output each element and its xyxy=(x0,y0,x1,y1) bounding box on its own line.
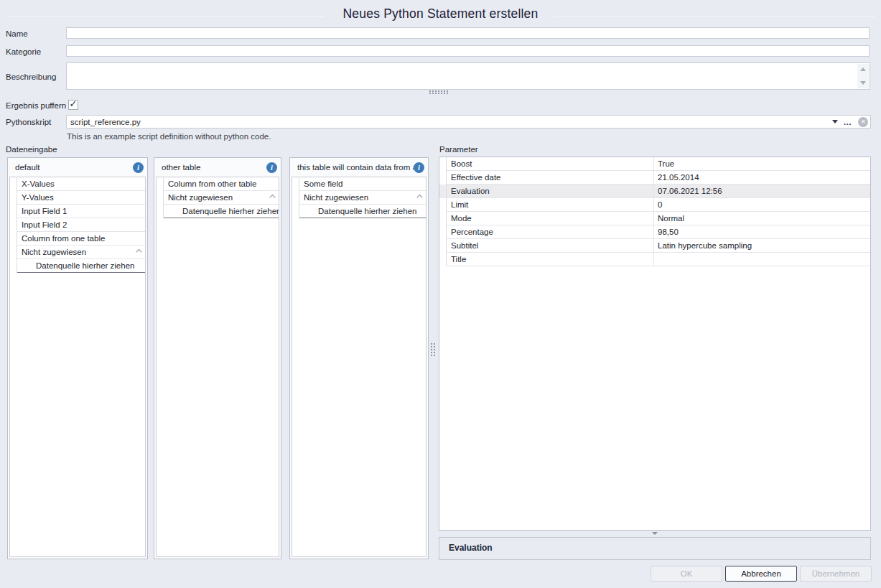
drop-hint-label: Datenquelle hierher ziehen xyxy=(164,205,279,218)
parameter-row[interactable]: Boost True xyxy=(439,157,870,171)
parameter-row[interactable]: Evaluation 07.06.2021 12:56 xyxy=(439,185,870,198)
drop-target-row[interactable]: Datenquelle hierher ziehen xyxy=(292,205,426,218)
row-gutter xyxy=(10,232,17,246)
panel-header[interactable]: default i xyxy=(8,158,147,177)
chevron-up-icon xyxy=(136,249,141,255)
panel-header[interactable]: other table i xyxy=(154,158,281,177)
parameter-value[interactable]: 98,50 xyxy=(654,225,870,239)
parameter-value[interactable]: Latin hypercube sampling xyxy=(654,239,870,253)
parameter-description-title: Evaluation xyxy=(449,543,493,553)
dialog-title: Neues Python Statement erstellen xyxy=(0,6,881,22)
row-gutter xyxy=(439,225,447,239)
parameter-name: Evaluation xyxy=(447,185,654,198)
checkmark-icon: ✓ xyxy=(70,98,78,109)
parameter-row[interactable]: Subtitel Latin hypercube sampling xyxy=(439,239,870,253)
scroll-down-icon[interactable] xyxy=(857,78,869,88)
parameter-value[interactable]: True xyxy=(654,157,870,171)
field-label: Column from one table xyxy=(17,232,145,246)
parameter-row[interactable]: Mode Normal xyxy=(439,212,870,225)
kategorie-input[interactable] xyxy=(66,45,870,57)
apply-button[interactable]: Übernehmen xyxy=(800,566,872,582)
row-gutter xyxy=(439,171,447,185)
beschreibung-textarea[interactable] xyxy=(66,62,870,90)
ergebnis-puffern-label: Ergebnis puffern xyxy=(6,101,66,110)
name-input[interactable] xyxy=(66,27,870,39)
parameter-value[interactable]: 21.05.2014 xyxy=(654,171,870,185)
field-label: Y-Values xyxy=(17,191,145,205)
ok-button[interactable]: OK xyxy=(651,566,722,582)
field-row[interactable]: Input Field 1 xyxy=(10,205,145,218)
name-label: Name xyxy=(6,29,28,38)
dateneingabe-label: Dateneingabe xyxy=(6,145,57,154)
info-icon[interactable]: i xyxy=(133,162,144,173)
parameter-table: Boost True Effective date 21.05.2014 Eva… xyxy=(439,157,871,531)
row-gutter xyxy=(10,205,17,218)
collapse-arrow-icon[interactable] xyxy=(652,532,658,535)
info-icon[interactable]: i xyxy=(414,162,424,173)
drop-target-row[interactable]: Datenquelle hierher ziehen xyxy=(157,205,279,218)
info-icon[interactable]: i xyxy=(266,162,277,173)
panel-title: other table xyxy=(162,163,266,172)
unassigned-group-row[interactable]: Nicht zugewiesen xyxy=(292,191,426,205)
parameter-row[interactable]: Percentage 98,50 xyxy=(439,225,870,239)
row-gutter xyxy=(439,185,447,198)
parameter-value[interactable]: Normal xyxy=(654,212,870,225)
collapse-chevron[interactable] xyxy=(269,191,279,205)
row-gutter xyxy=(439,239,447,253)
scroll-up-icon[interactable] xyxy=(857,64,869,75)
row-gutter xyxy=(10,259,17,273)
field-row[interactable]: Input Field 2 xyxy=(10,218,145,232)
field-row[interactable]: Some field xyxy=(292,177,426,191)
group-label: Nicht zugewiesen xyxy=(164,191,269,205)
parameter-row[interactable]: Title xyxy=(439,253,870,266)
pythonskript-combobox[interactable]: script_reference.py … ✕ xyxy=(66,115,871,129)
field-row[interactable]: Y-Values xyxy=(10,191,145,205)
parameter-row[interactable]: Limit 0 xyxy=(439,198,870,212)
collapse-chevron[interactable] xyxy=(416,191,426,205)
parameter-row[interactable]: Effective date 21.05.2014 xyxy=(439,171,870,185)
parameter-value[interactable] xyxy=(654,253,870,266)
row-gutter xyxy=(10,191,17,205)
cancel-button[interactable]: Abbrechen xyxy=(725,566,797,582)
beschreibung-scrollbar[interactable] xyxy=(857,64,869,88)
parameter-description-panel: Evaluation xyxy=(439,537,871,560)
data-panel-other-table: other table i Column from other table Ni… xyxy=(154,157,281,559)
group-label: Nicht zugewiesen xyxy=(17,246,136,259)
row-gutter xyxy=(439,157,447,171)
field-row[interactable]: X-Values xyxy=(10,177,145,191)
parameter-name: Mode xyxy=(447,212,654,225)
field-row[interactable]: Column from other table xyxy=(157,177,279,191)
new-python-statement-dialog: Neues Python Statement erstellen Name Ka… xyxy=(0,0,881,588)
collapse-chevron[interactable] xyxy=(136,246,145,259)
parameter-label: Parameter xyxy=(439,145,478,154)
chevron-up-icon xyxy=(416,195,422,200)
row-gutter xyxy=(157,205,164,218)
browse-ellipsis-icon[interactable]: … xyxy=(844,119,853,125)
vertical-splitter-grip[interactable] xyxy=(431,343,432,356)
parameter-value[interactable]: 0 xyxy=(654,198,870,212)
row-gutter xyxy=(292,205,299,218)
panel-title: this table will contain data from a xyxy=(297,163,414,172)
field-label: X-Values xyxy=(17,177,145,191)
unassigned-group-row[interactable]: Nicht zugewiesen xyxy=(10,246,145,259)
panel-header[interactable]: this table will contain data from a i xyxy=(290,158,428,177)
parameter-value[interactable]: 07.06.2021 12:56 xyxy=(654,185,870,198)
unassigned-group-row[interactable]: Nicht zugewiesen xyxy=(157,191,279,205)
panel-field-list: Column from other table Nicht zugewiesen… xyxy=(156,177,279,557)
row-gutter xyxy=(439,212,447,225)
group-label: Nicht zugewiesen xyxy=(299,191,416,205)
drop-target-row[interactable]: Datenquelle hierher ziehen xyxy=(10,259,145,273)
field-label: Input Field 2 xyxy=(17,218,145,232)
pythonskript-label: Pythonskript xyxy=(6,118,51,126)
horizontal-resize-grip[interactable] xyxy=(429,90,448,92)
field-label: Input Field 1 xyxy=(17,205,145,218)
pythonskript-value: script_reference.py xyxy=(67,118,826,126)
panel-field-list: X-Values Y-Values Input Field 1 xyxy=(9,177,146,557)
field-row[interactable]: Column from one table xyxy=(10,232,145,246)
ergebnis-puffern-checkbox[interactable]: ✓ xyxy=(68,100,78,110)
panel-title: default xyxy=(15,163,133,172)
clear-icon[interactable]: ✕ xyxy=(858,117,868,127)
row-gutter xyxy=(10,177,17,191)
dropdown-arrow-icon[interactable] xyxy=(832,120,838,123)
field-label: Some field xyxy=(299,177,426,191)
